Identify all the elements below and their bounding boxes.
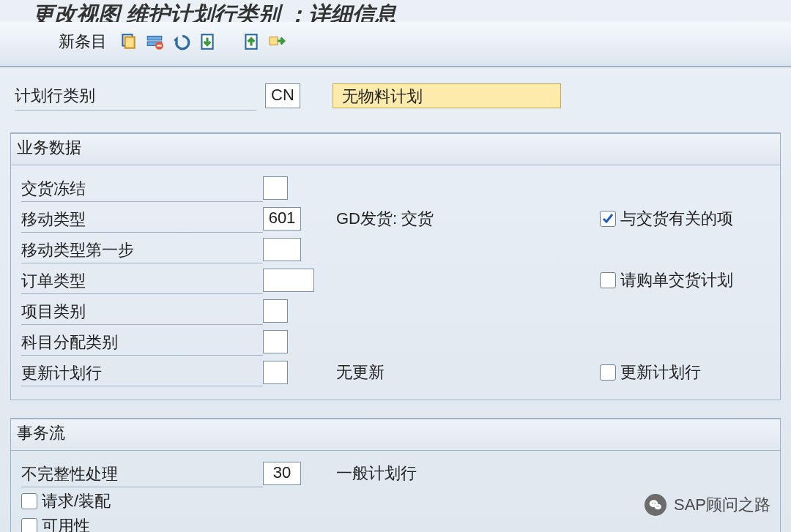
plan-line-category-label: 计划行类别 xyxy=(15,80,256,110)
import-icon[interactable] xyxy=(198,32,217,51)
svg-point-12 xyxy=(654,503,656,504)
order-type-label: 订单类型 xyxy=(21,267,263,294)
incompletion-proc-field[interactable]: 30 xyxy=(263,462,301,485)
page-title: 更改视图 维护计划行类别 ：详细信息 xyxy=(0,0,791,22)
svg-rect-8 xyxy=(270,37,278,45)
item-category-label: 项目类别 xyxy=(21,298,263,325)
pr-delivery-schedule-checkbox[interactable]: 请购单交货计划 xyxy=(600,269,790,291)
business-data-group: 业务数据 交货冻结 移动类型 601 GD发货: 交货 与交货有关的项 移动类型… xyxy=(10,132,781,400)
update-plan-line-label: 更新计划行 xyxy=(21,359,263,386)
availability-checkbox[interactable]: 可用性 xyxy=(21,514,770,532)
update-plan-line-field[interactable] xyxy=(263,361,288,384)
update-plan-line-checkbox[interactable]: 更新计划行 xyxy=(600,361,790,383)
account-assignment-field[interactable] xyxy=(263,330,288,353)
plan-line-category-code[interactable]: CN xyxy=(265,83,300,108)
new-entry-button[interactable]: 新条目 xyxy=(59,31,107,53)
svg-point-14 xyxy=(658,506,659,506)
order-type-field[interactable] xyxy=(263,269,314,292)
delete-row-icon[interactable] xyxy=(145,32,164,51)
toolbar: 新条目 xyxy=(0,22,791,67)
svg-point-13 xyxy=(656,506,657,506)
item-category-field[interactable] xyxy=(263,299,288,323)
movement-type-field[interactable]: 601 xyxy=(263,207,301,231)
undo-icon[interactable] xyxy=(171,32,190,51)
update-plan-line-desc: 无更新 xyxy=(329,361,600,383)
movement-type-step1-label: 移动类型第一步 xyxy=(21,236,263,263)
incompletion-proc-label: 不完整性处理 xyxy=(21,460,263,487)
svg-point-10 xyxy=(655,504,661,510)
header-row: 计划行类别 CN 无物料计划 xyxy=(0,67,791,132)
relevant-for-delivery-checkbox[interactable]: 与交货有关的项 xyxy=(600,208,790,230)
account-assignment-label: 科目分配类别 xyxy=(21,329,263,356)
watermark-text: SAP顾问之路 xyxy=(674,494,770,516)
unchecked-box-icon xyxy=(21,518,37,532)
svg-point-11 xyxy=(652,503,653,504)
movement-type-step1-field[interactable] xyxy=(263,238,301,261)
svg-rect-1 xyxy=(125,37,135,48)
plan-line-category-desc[interactable]: 无物料计划 xyxy=(333,83,561,108)
copy-icon[interactable] xyxy=(119,32,138,51)
unchecked-box-icon xyxy=(600,364,616,381)
delivery-block-label: 交货冻结 xyxy=(21,175,263,202)
movement-type-desc: GD发货: 交货 xyxy=(329,208,600,230)
movement-type-label: 移动类型 xyxy=(21,206,263,233)
wechat-icon xyxy=(645,494,666,516)
watermark: SAP顾问之路 xyxy=(645,494,770,516)
unchecked-box-icon xyxy=(600,272,616,288)
sap-detail-view: 更改视图 维护计划行类别 ：详细信息 新条目 计划行类别 CN 无物料计划 业务… xyxy=(0,0,791,532)
transaction-flow-title: 事务流 xyxy=(11,418,780,451)
incompletion-proc-desc: 一般计划行 xyxy=(329,462,600,484)
unchecked-box-icon xyxy=(21,493,37,509)
business-data-title: 业务数据 xyxy=(11,132,780,165)
transport-icon[interactable] xyxy=(268,32,287,51)
svg-rect-2 xyxy=(147,36,162,40)
delivery-block-field[interactable] xyxy=(263,176,288,200)
check-icon xyxy=(600,211,616,227)
svg-rect-5 xyxy=(157,45,162,46)
export-icon[interactable] xyxy=(242,32,261,51)
